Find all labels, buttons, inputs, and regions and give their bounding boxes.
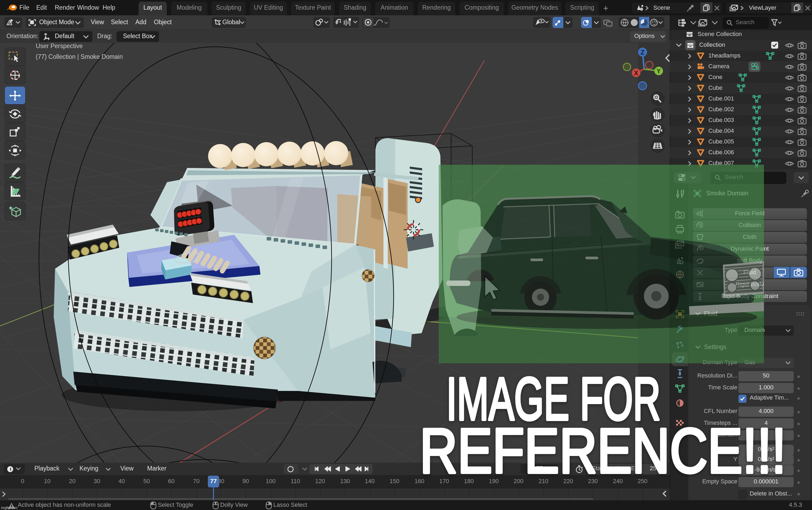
- svg-text:REFERENCE!!!: REFERENCE!!!: [420, 415, 786, 486]
